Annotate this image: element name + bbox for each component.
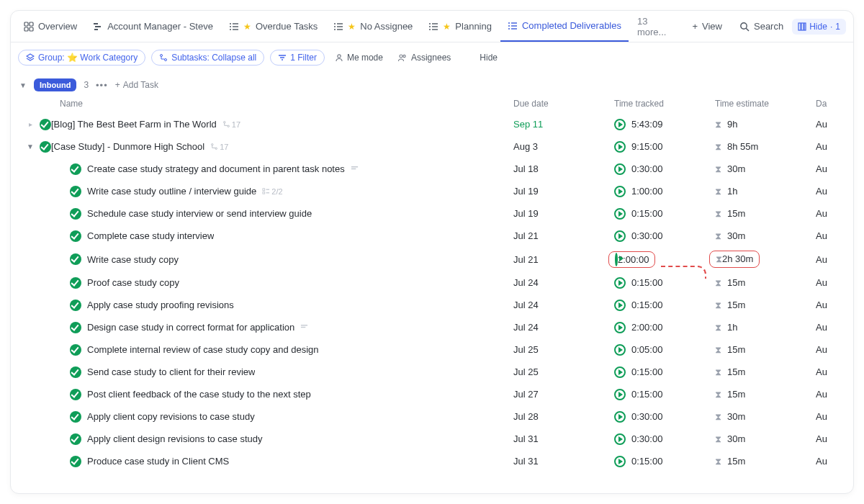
status-complete-icon[interactable] <box>70 322 81 333</box>
status-complete-icon[interactable] <box>70 433 81 445</box>
col-due[interactable]: Due date <box>513 99 614 109</box>
task-row[interactable]: ▸[Blog] The Best Beet Farm in The World1… <box>11 113 853 135</box>
time-tracked-cell[interactable]: 0:30:00 <box>614 230 715 242</box>
play-icon[interactable] <box>614 366 626 378</box>
due-date[interactable]: Jul 19 <box>513 186 614 197</box>
add-task-button[interactable]: + Add Task <box>115 80 158 90</box>
task-row[interactable]: Send case study to client for their revi… <box>11 361 853 383</box>
time-tracked-cell[interactable]: 0:30:00 <box>614 163 715 175</box>
status-complete-icon[interactable] <box>70 344 81 356</box>
time-tracked-cell[interactable]: 0:30:00 <box>614 411 715 423</box>
me-mode-toggle[interactable]: Me mode <box>330 50 387 65</box>
time-estimate-cell[interactable]: ⧗8h 55m <box>715 141 816 153</box>
play-icon[interactable] <box>614 433 626 445</box>
time-estimate-cell[interactable]: ⧗15m <box>715 344 816 356</box>
add-view-button[interactable]: + View <box>685 21 729 32</box>
play-icon[interactable] <box>614 141 626 153</box>
time-estimate-cell[interactable]: ⧗15m <box>715 456 816 467</box>
play-icon[interactable] <box>614 277 626 289</box>
time-estimate-cell[interactable]: ⧗30m <box>715 163 816 175</box>
task-row[interactable]: Write case study outline / interview gui… <box>11 180 853 202</box>
time-tracked-cell[interactable]: 0:30:00 <box>614 433 715 445</box>
play-icon[interactable] <box>614 186 626 197</box>
status-complete-icon[interactable] <box>70 366 81 378</box>
task-row[interactable]: Design case study in correct format for … <box>11 316 853 338</box>
play-icon[interactable] <box>614 389 626 400</box>
tab-overdue[interactable]: ★ Overdue Tasks <box>222 11 325 42</box>
due-date[interactable]: Jul 31 <box>513 433 614 444</box>
more-tabs[interactable]: 13 more... <box>630 16 673 37</box>
time-estimate-cell[interactable]: ⧗30m <box>715 411 816 423</box>
status-complete-icon[interactable] <box>40 141 51 153</box>
play-icon[interactable] <box>614 322 626 333</box>
col-estimate[interactable]: Time estimate <box>715 99 816 109</box>
status-complete-icon[interactable] <box>70 253 81 265</box>
time-tracked-cell[interactable]: 0:15:00 <box>614 300 715 311</box>
time-tracked-cell[interactable]: 0:15:00 <box>614 366 715 378</box>
time-estimate-cell[interactable]: ⧗15m <box>715 366 816 378</box>
checklist-count[interactable]: 2/2 <box>262 187 282 196</box>
col-da[interactable]: Da <box>816 99 845 109</box>
group-menu[interactable]: ••• <box>96 80 108 91</box>
due-date[interactable]: Jul 25 <box>513 366 614 377</box>
status-complete-icon[interactable] <box>70 186 81 197</box>
due-date[interactable]: Jul 24 <box>513 277 614 288</box>
status-complete-icon[interactable] <box>70 277 81 289</box>
task-row[interactable]: Post client feedback of the case study t… <box>11 383 853 405</box>
due-date[interactable]: Jul 31 <box>513 456 614 467</box>
task-row[interactable]: Schedule case study interview or send in… <box>11 202 853 225</box>
due-date[interactable]: Sep 11 <box>513 119 614 130</box>
tab-planning[interactable]: ★ Planning <box>421 11 499 42</box>
time-estimate-cell[interactable]: ⧗15m <box>715 389 816 400</box>
time-tracked-cell[interactable]: 0:15:00 <box>614 389 715 400</box>
play-icon[interactable] <box>614 411 626 423</box>
status-complete-icon[interactable] <box>70 456 81 467</box>
task-row[interactable]: Apply client copy revisions to case stud… <box>11 405 853 428</box>
subtask-count[interactable]: 17 <box>210 143 228 151</box>
task-row[interactable]: Apply client design revisions to case st… <box>11 428 853 450</box>
time-tracked-cell[interactable]: 2:00:00 <box>614 251 715 268</box>
time-estimate-cell[interactable]: ⧗15m <box>715 277 816 289</box>
time-tracked-cell[interactable]: 2:00:00 <box>614 322 715 333</box>
due-date[interactable]: Jul 25 <box>513 344 614 355</box>
time-tracked-cell[interactable]: 0:15:00 <box>614 208 715 220</box>
hide-columns-chip[interactable]: Hide · 1 <box>792 19 846 35</box>
hide-toggle[interactable]: Hide <box>475 50 502 65</box>
time-estimate-cell[interactable]: ⧗2h 30m <box>715 251 816 268</box>
play-icon[interactable] <box>615 253 618 266</box>
tab-account-manager[interactable]: Account Manager - Steve <box>86 11 220 42</box>
play-icon[interactable] <box>614 163 626 175</box>
status-complete-icon[interactable] <box>70 208 81 220</box>
time-tracked-cell[interactable]: 0:15:00 <box>614 456 715 467</box>
task-row[interactable]: ▼[Case Study] - Dunmore High School17Aug… <box>11 135 853 158</box>
due-date[interactable]: Jul 21 <box>513 230 614 241</box>
time-tracked-cell[interactable]: 0:05:00 <box>614 344 715 356</box>
due-date[interactable]: Jul 27 <box>513 389 614 400</box>
time-estimate-cell[interactable]: ⧗30m <box>715 230 816 242</box>
assignees-toggle[interactable]: Assignees <box>393 50 455 65</box>
task-row[interactable]: Write case study copyJul 212:00:00⧗2h 30… <box>11 247 853 271</box>
col-name[interactable]: Name <box>51 99 513 109</box>
due-date[interactable]: Jul 21 <box>513 254 614 265</box>
group-collapse-caret[interactable]: ▼ <box>19 81 27 89</box>
filter-chip[interactable]: 1 Filter <box>270 50 325 66</box>
group-chip[interactable]: Group: ⭐ Work Category <box>18 50 145 66</box>
task-row[interactable]: Apply case study proofing revisionsJul 2… <box>11 294 853 316</box>
status-complete-icon[interactable] <box>70 163 81 175</box>
play-icon[interactable] <box>614 300 626 311</box>
expand-caret[interactable]: ▸ <box>27 120 34 128</box>
due-date[interactable]: Jul 24 <box>513 322 614 333</box>
due-date[interactable]: Jul 24 <box>513 300 614 310</box>
play-icon[interactable] <box>614 208 626 220</box>
task-row[interactable]: Produce case study in Client CMSJul 310:… <box>11 450 853 472</box>
search-button[interactable]: Search <box>732 21 791 32</box>
time-estimate-cell[interactable]: ⧗15m <box>715 208 816 220</box>
tab-overview[interactable]: Overview <box>17 11 84 42</box>
time-tracked-cell[interactable]: 0:15:00 <box>614 277 715 289</box>
status-complete-icon[interactable] <box>70 389 81 400</box>
task-row[interactable]: Complete case study interviewJul 210:30:… <box>11 225 853 247</box>
time-tracked-cell[interactable]: 1:00:00 <box>614 186 715 197</box>
play-icon[interactable] <box>614 119 626 130</box>
time-estimate-cell[interactable]: ⧗15m <box>715 300 816 311</box>
subtasks-chip[interactable]: Subtasks: Collapse all <box>151 50 264 66</box>
